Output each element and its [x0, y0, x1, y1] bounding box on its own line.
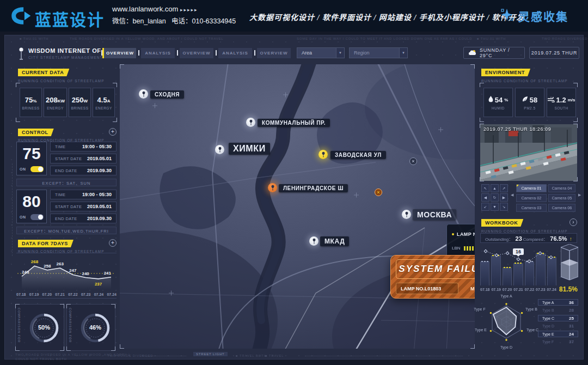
camera-button-1[interactable]: Camera 01	[516, 184, 547, 192]
area-select[interactable]: Area ▼	[297, 47, 345, 58]
camera-buttons: Camera 01Camera 02Camera 03Camera 04Came…	[516, 184, 575, 212]
map-pin-leningradskoe[interactable]	[268, 183, 277, 192]
region-select[interactable]: Region ▼	[349, 47, 408, 58]
bar-tooltip: 16	[513, 248, 524, 255]
website-link[interactable]: www.lanlanwork.com	[112, 5, 178, 13]
workbook-x-axis: 07.1807.1907.2007.2107.2207.2307.24	[480, 288, 556, 291]
tab-analysis-1[interactable]: ANALYSIS	[141, 48, 175, 58]
footer-checkbox-travel: ■ TRAVEL	[265, 354, 284, 357]
droplet-icon	[488, 95, 493, 105]
map-pin-mkad[interactable]	[309, 236, 318, 246]
pan-up-left-button[interactable]: ↖	[481, 184, 489, 192]
legend-row-type-d[interactable]: Type D31	[538, 323, 578, 330]
x-tick-label: 07.18	[16, 293, 26, 296]
system-failure-popup: SYSTEM FAILURE LAMP NO.L01803 MORE›	[390, 255, 475, 299]
pan-up-button[interactable]: ▲	[491, 184, 499, 192]
arrows-icon: ▸▸▸▸▸	[180, 7, 198, 13]
ruler-decor	[12, 163, 13, 256]
tab-overview-3[interactable]: OVERVIEW	[257, 48, 291, 58]
map-pin-skhodnya[interactable]	[139, 89, 148, 99]
lamp-popup-close-button[interactable]: ×	[409, 157, 417, 165]
lamp-glyph-icon	[405, 211, 409, 217]
tank-percent: 81.5%	[558, 285, 579, 293]
pan-right-button[interactable]: ▶	[500, 193, 508, 202]
tab-analysis-2[interactable]: ANALYSIS	[218, 48, 252, 58]
map-pin-khimki[interactable]	[215, 145, 224, 154]
legend-value: 36	[569, 300, 574, 305]
camera-button-4[interactable]: Camera 04	[548, 184, 575, 192]
sun-cloud-icon	[468, 48, 476, 58]
failure-more-button[interactable]: MORE›	[462, 283, 475, 294]
camera-feed-panel: 2019.07.25 THUR 18:26:09	[480, 124, 577, 181]
legend-row-type-f[interactable]: Type F37	[538, 339, 578, 345]
camera-button-5[interactable]: Camera 05	[548, 194, 575, 202]
pan-down-left-button[interactable]: ↙	[481, 203, 489, 211]
pan-down-right-button[interactable]: ↘	[500, 203, 508, 211]
failure-close-button[interactable]: ×	[375, 188, 382, 196]
svg-text:247: 247	[69, 268, 77, 273]
map-markers-layer: СХОДНЯКОММУНАЛЬНЫЙ ПР.ХИМКИЗАВОДСКАЯ УЛЛ…	[120, 64, 475, 349]
workbook-next-button[interactable]: ›	[569, 218, 577, 226]
control-group1-except: EXCEPT：SAT、SUN	[16, 179, 117, 186]
tab-overview-1[interactable]: OVERVIEW	[102, 48, 136, 58]
compared-value: 76.5%	[550, 235, 567, 242]
metric-energy-kw: 208KW ENERGY	[44, 88, 67, 117]
metric-briness-pct: 75% BRINESS	[20, 88, 42, 117]
legend-row-type-c[interactable]: Type C25	[538, 315, 578, 321]
legend-row-type-e[interactable]: Type E24	[538, 331, 578, 337]
legend-row-type-a[interactable]: Type A36	[538, 299, 578, 306]
pan-down-button[interactable]: ▼	[491, 203, 499, 211]
site-header: 蓝蓝设计 www.lanlanwork.com ▸▸▸▸▸ 微信：ben_lan…	[0, 0, 588, 32]
lamp-glyph-icon	[142, 91, 146, 97]
control-group1-rows: TIME19:00 - 05:30 START DATE2019.05.01 E…	[50, 142, 117, 175]
legend-row-type-b[interactable]: Type B28	[538, 307, 578, 314]
control-group1-toggle[interactable]	[30, 166, 44, 172]
region-select-value: Region	[354, 50, 370, 56]
week-chart-add-button[interactable]: +	[109, 239, 117, 247]
camera-button-2[interactable]: Camera 02	[516, 194, 547, 202]
map-label-mkad: МКАД	[320, 236, 349, 246]
footer-street-light-badge: STREET LIGHT	[193, 352, 228, 356]
camera-button-6[interactable]: Camera 06	[548, 204, 575, 212]
map-pin-moskva[interactable]	[402, 210, 411, 219]
failure-title: SYSTEM FAILURE	[399, 264, 475, 275]
svg-text:268: 268	[31, 259, 39, 264]
gauge-value: 50%	[29, 324, 59, 331]
camera-page-prev-button[interactable]: ◀	[511, 193, 513, 197]
pan-left-button[interactable]: ◀	[481, 193, 489, 202]
camera-button-3[interactable]: Camera 03	[516, 204, 547, 212]
control-group2-toggle[interactable]	[30, 214, 44, 220]
tab-overview-2[interactable]: OVERVIEW	[180, 48, 213, 58]
map-pin-kommunalny[interactable]	[246, 118, 255, 127]
week-line-chart: 243268258263247240237241	[16, 253, 117, 289]
legend-label: Type B	[542, 308, 554, 312]
control-group2-rows: TIME19:00 - 05:30 START DATE2019.05.01 E…	[50, 190, 117, 223]
map-pin-zavodskaya[interactable]	[318, 150, 328, 159]
radar-legend: Type A36Type B28Type C25Type D31Type E24…	[538, 299, 578, 347]
schedule-row: START DATE2019.05.01	[50, 154, 117, 163]
refresh-button[interactable]: ↻	[491, 193, 499, 202]
map-label-moskva: МОСКВА	[413, 209, 456, 220]
current-data-panel: 75% BRINESS 208KW ENERGY 250W BRINESS 4.…	[16, 83, 117, 121]
wechat-label: 微信：ben_lanlan	[112, 17, 166, 25]
environment-subtitle: RUNNING CONDITION OF STREETLAMP	[481, 79, 568, 83]
weather-widget: SUNNDAY / 29°C	[463, 47, 525, 59]
legend-value: 31	[569, 324, 574, 328]
tank-3d-icon	[561, 244, 578, 285]
workbook-bar-chart: 16	[480, 245, 556, 285]
metric-energy-a: 4.5A ENERGY	[93, 88, 115, 117]
pan-up-right-button[interactable]: ↗	[500, 184, 508, 192]
lbn-bar-fill	[464, 246, 475, 251]
footer-divider	[305, 356, 463, 356]
workbook-stats: Outstanding： 23 Compared： 76.5% ↑	[480, 233, 577, 243]
x-tick-label: 07.20	[503, 288, 512, 291]
control-group1-numbox: 75 ON	[16, 142, 47, 175]
map-label-kommunalny: КОММУНАЛЬНЫЙ ПР.	[258, 119, 330, 127]
legend-value: 24	[569, 332, 574, 337]
week-chart-panel: 243268258263247240237241 07.1807.1907.20…	[16, 253, 117, 299]
page: { "header": { "logo_text": "蓝蓝设计", "webs…	[0, 0, 588, 365]
legend-value: 37	[569, 339, 574, 344]
date-widget: 2019.07.25 THUR	[529, 47, 579, 59]
camera-page-next-button[interactable]: ▶	[578, 193, 581, 197]
control-add-button[interactable]: +	[109, 128, 117, 136]
